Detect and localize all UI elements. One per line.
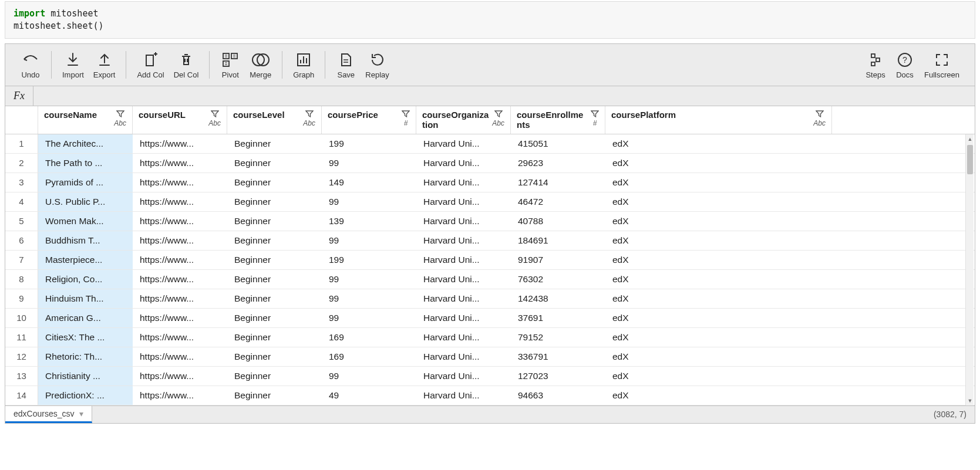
cell[interactable]: Beginner — [227, 192, 322, 211]
cell[interactable]: 184691 — [511, 231, 605, 250]
cell[interactable]: 46472 — [511, 192, 605, 211]
cell[interactable]: https://www... — [133, 270, 227, 289]
filter-icon[interactable] — [116, 110, 124, 118]
cell[interactable]: 336791 — [511, 347, 605, 366]
table-row[interactable]: 5Women Mak...https://www...Beginner139Ha… — [5, 212, 975, 231]
fullscreen-button[interactable]: Fullscreen — [920, 48, 964, 82]
formula-input[interactable] — [33, 86, 975, 106]
cell[interactable]: Beginner — [227, 251, 322, 269]
cell[interactable]: Harvard Uni... — [416, 328, 511, 347]
cell[interactable]: Pyramids of ... — [38, 173, 133, 192]
cell[interactable]: Beginner — [227, 328, 322, 347]
cell[interactable]: Beginner — [227, 309, 322, 327]
cell[interactable]: 91907 — [511, 251, 605, 269]
row-number[interactable]: 5 — [5, 212, 38, 231]
cell[interactable]: 99 — [322, 289, 416, 308]
cell[interactable]: Harvard Uni... — [416, 173, 511, 192]
table-row[interactable]: 13Christianity ...https://www...Beginner… — [5, 367, 975, 386]
cell[interactable]: Harvard Uni... — [416, 231, 511, 250]
cell[interactable]: 139 — [322, 212, 416, 231]
table-row[interactable]: 2The Path to ...https://www...Beginner99… — [5, 154, 975, 173]
cell[interactable]: Beginner — [227, 134, 322, 153]
cell[interactable]: 169 — [322, 347, 416, 366]
cell[interactable]: Harvard Uni... — [416, 386, 511, 405]
cell[interactable]: Masterpiece... — [38, 251, 133, 269]
cell[interactable]: edX — [605, 367, 832, 386]
cell[interactable]: 99 — [322, 270, 416, 289]
column-header-courseURL[interactable]: courseURL Abc — [133, 106, 227, 134]
cell[interactable]: https://www... — [133, 367, 227, 386]
del-col-button[interactable]: Del Col — [169, 48, 204, 82]
filter-icon[interactable] — [402, 110, 410, 118]
cell[interactable]: https://www... — [133, 289, 227, 308]
cell[interactable]: Beginner — [227, 231, 322, 250]
row-number[interactable]: 4 — [5, 192, 38, 211]
row-number[interactable]: 11 — [5, 328, 38, 347]
table-row[interactable]: 8Religion, Co...https://www...Beginner99… — [5, 270, 975, 289]
cell[interactable]: Beginner — [227, 347, 322, 366]
export-button[interactable]: Export — [89, 48, 120, 82]
cell[interactable]: 169 — [322, 328, 416, 347]
vertical-scrollbar[interactable]: ▲ ▼ — [965, 134, 974, 405]
cell[interactable]: Harvard Uni... — [416, 347, 511, 366]
pivot-button[interactable]: Pivot — [215, 48, 245, 82]
cell[interactable]: Buddhism T... — [38, 231, 133, 250]
docs-button[interactable]: ? Docs — [890, 48, 920, 82]
graph-button[interactable]: Graph — [288, 48, 319, 82]
cell[interactable]: Harvard Uni... — [416, 251, 511, 269]
cell[interactable]: 37691 — [511, 309, 605, 327]
steps-button[interactable]: Steps — [861, 48, 890, 82]
cell[interactable]: Hinduism Th... — [38, 289, 133, 308]
column-header-coursePrice[interactable]: coursePrice # — [322, 106, 416, 134]
cell[interactable]: https://www... — [133, 154, 227, 173]
cell[interactable]: 199 — [322, 134, 416, 153]
table-row[interactable]: 1The Architec...https://www...Beginner19… — [5, 134, 975, 154]
cell[interactable]: 76302 — [511, 270, 605, 289]
cell[interactable]: edX — [605, 192, 832, 211]
cell[interactable]: Christianity ... — [38, 367, 133, 386]
table-row[interactable]: 3Pyramids of ...https://www...Beginner14… — [5, 173, 975, 192]
cell[interactable]: 99 — [322, 192, 416, 211]
cell[interactable]: Harvard Uni... — [416, 289, 511, 308]
cell[interactable]: Beginner — [227, 386, 322, 405]
cell[interactable]: edX — [605, 134, 832, 153]
cell[interactable]: Harvard Uni... — [416, 270, 511, 289]
row-number[interactable]: 9 — [5, 289, 38, 308]
cell[interactable]: https://www... — [133, 173, 227, 192]
cell[interactable]: Beginner — [227, 289, 322, 308]
row-number[interactable]: 12 — [5, 347, 38, 366]
cell[interactable]: 127414 — [511, 173, 605, 192]
grid-body[interactable]: 1The Architec...https://www...Beginner19… — [5, 134, 975, 405]
cell[interactable]: edX — [605, 347, 832, 366]
undo-button[interactable]: Undo — [16, 48, 45, 82]
cell[interactable]: https://www... — [133, 251, 227, 269]
cell[interactable]: https://www... — [133, 134, 227, 153]
cell[interactable]: 99 — [322, 231, 416, 250]
import-button[interactable]: Import — [58, 48, 89, 82]
table-row[interactable]: 14PredictionX: ...https://www...Beginner… — [5, 386, 975, 405]
sheet-tab[interactable]: edxCourses_csv ▾ — [5, 406, 92, 423]
cell[interactable]: Rhetoric: Th... — [38, 347, 133, 366]
filter-icon[interactable] — [494, 110, 503, 118]
replay-button[interactable]: Replay — [361, 48, 393, 82]
table-row[interactable]: 12Rhetoric: Th...https://www...Beginner1… — [5, 347, 975, 367]
cell[interactable]: 142438 — [511, 289, 605, 308]
add-col-button[interactable]: Add Col — [132, 48, 169, 82]
table-row[interactable]: 4U.S. Public P...https://www...Beginner9… — [5, 192, 975, 212]
fx-button[interactable]: Fx — [5, 86, 33, 106]
table-row[interactable]: 9Hinduism Th...https://www...Beginner99H… — [5, 289, 975, 309]
filter-icon[interactable] — [211, 110, 219, 118]
table-row[interactable]: 10American G...https://www...Beginner99H… — [5, 309, 975, 328]
row-number[interactable]: 2 — [5, 154, 38, 173]
column-header-courseLevel[interactable]: courseLevel Abc — [227, 106, 322, 134]
cell[interactable]: 415051 — [511, 134, 605, 153]
cell[interactable]: edX — [605, 289, 832, 308]
scroll-up-arrow[interactable]: ▲ — [966, 134, 974, 144]
cell[interactable]: Beginner — [227, 173, 322, 192]
row-number[interactable]: 8 — [5, 270, 38, 289]
cell[interactable]: Harvard Uni... — [416, 309, 511, 327]
cell[interactable]: https://www... — [133, 309, 227, 327]
cell[interactable]: 79152 — [511, 328, 605, 347]
table-row[interactable]: 7Masterpiece...https://www...Beginner199… — [5, 251, 975, 270]
cell[interactable]: edX — [605, 173, 832, 192]
